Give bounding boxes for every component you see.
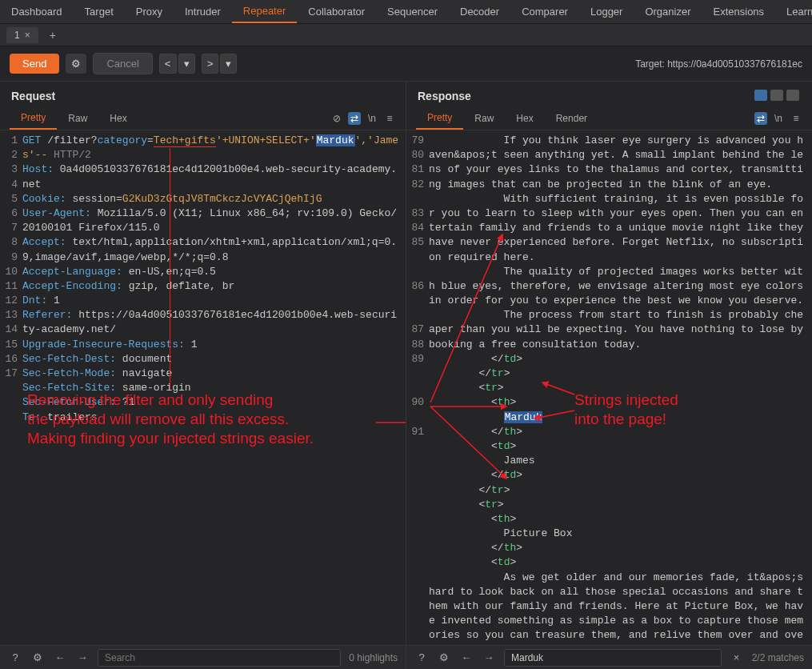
main-tab-sequencer[interactable]: Sequencer	[376, 0, 449, 23]
view-tab-raw[interactable]: Raw	[57, 108, 98, 129]
repeater-toolbar: Send ⚙ Cancel < ▾ > ▾ Target: https://0a…	[0, 46, 812, 82]
add-tab-button[interactable]: +	[43, 26, 62, 44]
request-bottom-bar: ? ⚙ ← → 0 highlights	[0, 645, 406, 669]
response-view-tabs: PrettyRawHexRender ⇄ \n ≡	[406, 107, 812, 130]
view-tab-pretty[interactable]: Pretty	[10, 107, 57, 130]
cancel-button[interactable]: Cancel	[93, 53, 152, 74]
view-tab-pretty[interactable]: Pretty	[416, 107, 463, 130]
line-wrap-icon[interactable]: ≡	[790, 112, 802, 125]
request-response-split: Request PrettyRawHex ⊘ ⇄ \n ≡ 1234567891…	[0, 82, 812, 669]
tab-label: 1	[14, 30, 20, 41]
newline-icon[interactable]: \n	[366, 112, 378, 125]
history-fwd-button[interactable]: >	[202, 54, 219, 74]
gear-icon[interactable]: ⚙	[30, 651, 45, 665]
layout-combined-icon[interactable]	[786, 90, 799, 101]
layout-vertical-icon[interactable]	[770, 90, 783, 101]
clear-icon[interactable]: ×	[730, 651, 744, 665]
prev-icon[interactable]: ←	[53, 651, 67, 665]
request-title: Request	[0, 82, 406, 107]
hide-icon[interactable]: ⊘	[330, 112, 343, 125]
response-search-input[interactable]	[504, 649, 722, 667]
view-tab-raw[interactable]: Raw	[463, 108, 505, 129]
view-tab-hex[interactable]: Hex	[98, 108, 138, 129]
highlights-count: 0 highlights	[349, 652, 398, 663]
target-label[interactable]: Target: https://0a4d00510337676181ec	[635, 58, 802, 70]
main-tab-target[interactable]: Target	[74, 0, 125, 23]
request-editor[interactable]: 1234567891011121314151617 GET /filter?ca…	[0, 130, 406, 645]
view-tab-render[interactable]: Render	[545, 108, 598, 129]
main-tab-collaborator[interactable]: Collaborator	[297, 0, 376, 23]
response-pane: Response PrettyRawHexRender ⇄ \n ≡ 79808…	[406, 82, 812, 669]
matches-count: 2/2 matches	[752, 652, 804, 663]
request-pane: Request PrettyRawHex ⊘ ⇄ \n ≡ 1234567891…	[0, 82, 406, 669]
main-tab-bar: DashboardTargetProxyIntruderRepeaterColl…	[0, 0, 812, 24]
send-button[interactable]: Send	[10, 54, 59, 74]
gear-icon[interactable]: ⚙	[437, 651, 451, 665]
response-bottom-bar: ? ⚙ ← → × 2/2 matches	[406, 645, 812, 669]
response-editor[interactable]: 79808182 838485 86 878889 90 91 If you t…	[406, 130, 812, 645]
main-tab-comparer[interactable]: Comparer	[510, 0, 579, 23]
main-tab-decoder[interactable]: Decoder	[449, 0, 510, 23]
main-tab-dashboard[interactable]: Dashboard	[0, 0, 74, 23]
newline-icon[interactable]: \n	[772, 112, 785, 125]
main-tab-intruder[interactable]: Intruder	[174, 0, 232, 23]
main-tab-extensions[interactable]: Extensions	[702, 0, 776, 23]
request-search-input[interactable]	[98, 649, 341, 667]
next-icon[interactable]: →	[482, 651, 496, 665]
main-tab-logger[interactable]: Logger	[579, 0, 634, 23]
layout-horizontal-icon[interactable]	[754, 90, 767, 101]
history-back-dropdown[interactable]: ▾	[178, 54, 195, 74]
settings-button[interactable]: ⚙	[66, 54, 86, 74]
view-tab-hex[interactable]: Hex	[505, 108, 544, 129]
history-back-button[interactable]: <	[159, 54, 177, 74]
close-icon[interactable]: ×	[25, 30, 30, 41]
main-tab-organizer[interactable]: Organizer	[634, 0, 702, 23]
pretty-toggle-icon[interactable]: ⇄	[348, 112, 361, 125]
repeater-tab-1[interactable]: 1 ×	[6, 27, 38, 43]
pretty-toggle-icon[interactable]: ⇄	[754, 112, 767, 125]
next-icon[interactable]: →	[75, 651, 90, 665]
help-icon[interactable]: ?	[8, 651, 22, 665]
history-fwd-dropdown[interactable]: ▾	[220, 54, 237, 74]
main-tab-learn[interactable]: Learn	[775, 0, 812, 23]
prev-icon[interactable]: ←	[459, 651, 474, 665]
main-tab-repeater[interactable]: Repeater	[232, 0, 297, 23]
main-tab-proxy[interactable]: Proxy	[125, 0, 174, 23]
request-view-tabs: PrettyRawHex ⊘ ⇄ \n ≡	[0, 107, 406, 130]
line-wrap-icon[interactable]: ≡	[383, 112, 396, 125]
help-icon[interactable]: ?	[414, 651, 429, 665]
repeater-sub-tabs: 1 × +	[0, 24, 812, 46]
